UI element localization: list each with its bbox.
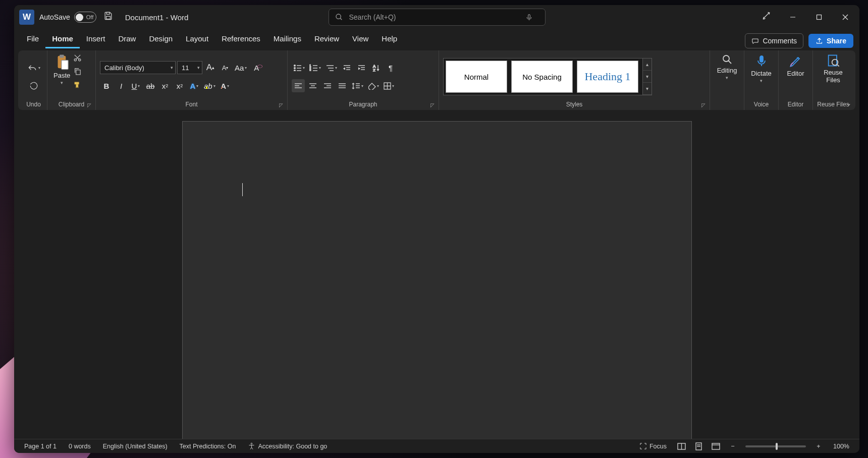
svg-line-61 <box>837 65 839 67</box>
accessibility-icon <box>248 442 255 450</box>
font-name-combo[interactable]: Calibri (Body)▾ <box>100 61 176 74</box>
line-spacing-button[interactable]: ▾ <box>350 79 365 92</box>
bullets-button[interactable]: ▾ <box>292 61 306 74</box>
styles-scroll-down[interactable]: ▾ <box>643 71 652 83</box>
justify-button[interactable] <box>336 79 349 92</box>
language-indicator[interactable]: English (United States) <box>97 443 174 450</box>
maximize-button[interactable] <box>806 7 832 27</box>
accessibility-indicator[interactable]: Accessibility: Good to go <box>242 442 333 450</box>
numbering-button[interactable]: 123▾ <box>308 61 322 74</box>
strikethrough-button[interactable]: ab <box>144 79 157 92</box>
minimize-button[interactable] <box>780 7 806 27</box>
grow-font-button[interactable]: A▴ <box>204 61 217 74</box>
document-page[interactable] <box>182 121 692 439</box>
underline-button[interactable]: U▾ <box>129 79 142 92</box>
comments-button[interactable]: Comments <box>745 33 803 48</box>
text-effects-button[interactable]: A▾ <box>188 79 201 92</box>
copy-button[interactable] <box>73 67 82 78</box>
font-group-label: Font◸ <box>100 101 283 109</box>
zoom-slider[interactable] <box>745 445 806 447</box>
tab-home[interactable]: Home <box>45 30 80 48</box>
font-color-button[interactable]: A▾ <box>219 79 232 92</box>
focus-mode-button[interactable]: Focus <box>633 442 673 450</box>
align-right-button[interactable] <box>321 79 334 92</box>
cut-button[interactable] <box>73 53 82 64</box>
zoom-thumb[interactable] <box>776 443 778 450</box>
tab-review[interactable]: Review <box>308 30 346 48</box>
shading-button[interactable]: ▾ <box>366 79 381 92</box>
styles-launcher-icon[interactable]: ◸ <box>701 102 706 108</box>
clear-formatting-button[interactable]: A⬭ <box>250 61 263 74</box>
save-icon[interactable] <box>103 11 113 23</box>
clipboard-launcher-icon[interactable]: ◸ <box>87 102 91 108</box>
text-predictions-indicator[interactable]: Text Predictions: On <box>174 443 242 450</box>
text-cursor <box>242 183 243 196</box>
sort-button[interactable]: AZ <box>369 61 383 74</box>
italic-button[interactable]: I <box>115 79 128 92</box>
document-canvas[interactable] <box>14 110 859 439</box>
align-left-button[interactable] <box>292 79 305 92</box>
read-mode-button[interactable] <box>673 440 690 452</box>
svg-point-19 <box>294 70 296 71</box>
svg-rect-14 <box>76 70 81 75</box>
tab-insert[interactable]: Insert <box>80 30 112 48</box>
undo-button[interactable]: ▾ <box>26 61 42 74</box>
tab-references[interactable]: References <box>215 30 267 48</box>
superscript-button[interactable]: x2 <box>173 79 186 92</box>
paste-button[interactable]: Paste ▾ <box>51 52 72 86</box>
change-case-button[interactable]: Aa▾ <box>233 61 248 74</box>
style-normal[interactable]: Normal <box>446 61 507 93</box>
highlight-button[interactable]: ab▾ <box>202 79 217 92</box>
tab-design[interactable]: Design <box>142 30 179 48</box>
multilevel-list-button[interactable]: ▾ <box>324 61 339 74</box>
shrink-font-button[interactable]: A▾ <box>219 61 232 74</box>
borders-button[interactable]: ▾ <box>382 79 396 92</box>
share-label: Share <box>827 37 846 45</box>
paste-icon <box>55 53 70 71</box>
search-box[interactable]: Search (Alt+Q) <box>329 9 546 26</box>
tab-layout[interactable]: Layout <box>179 30 215 48</box>
svg-rect-68 <box>712 443 720 449</box>
subscript-button[interactable]: x2 <box>158 79 172 92</box>
editing-button[interactable]: Editing ▾ <box>715 52 739 81</box>
style-heading-1[interactable]: Heading 1 <box>577 61 638 93</box>
format-painter-button[interactable] <box>73 81 82 91</box>
redo-button[interactable] <box>27 79 40 92</box>
reuse-files-button[interactable]: Reuse Files <box>822 52 845 85</box>
page-indicator[interactable]: Page 1 of 1 <box>18 443 63 450</box>
bold-button[interactable]: B <box>100 79 113 92</box>
decrease-indent-button[interactable] <box>340 61 353 74</box>
tab-view[interactable]: View <box>346 30 375 48</box>
align-center-button[interactable] <box>306 79 319 92</box>
close-button[interactable] <box>832 7 858 27</box>
zoom-in-button[interactable]: + <box>810 440 827 452</box>
zoom-out-button[interactable]: − <box>724 440 741 452</box>
style-no-spacing[interactable]: No Spacing <box>511 61 573 93</box>
word-count[interactable]: 0 words <box>63 443 97 450</box>
dictate-label: Dictate <box>751 70 771 77</box>
paste-label: Paste <box>53 72 70 79</box>
show-marks-button[interactable]: ¶ <box>384 61 397 74</box>
increase-indent-button[interactable] <box>355 61 368 74</box>
web-layout-button[interactable] <box>707 440 724 452</box>
zoom-level[interactable]: 100% <box>827 443 855 450</box>
print-layout-button[interactable] <box>690 440 707 452</box>
collapse-ribbon-button[interactable]: ⌄ <box>846 100 851 107</box>
styles-expand[interactable]: ▾ <box>643 83 652 95</box>
tab-help[interactable]: Help <box>375 30 404 48</box>
tab-mailings[interactable]: Mailings <box>267 30 308 48</box>
autosave-toggle[interactable]: Off <box>74 12 96 23</box>
coming-soon-icon[interactable] <box>753 11 780 24</box>
styles-scroll-up[interactable]: ▴ <box>643 59 652 71</box>
tab-file[interactable]: File <box>20 30 45 48</box>
share-button[interactable]: Share <box>808 34 853 48</box>
find-icon <box>721 53 733 66</box>
font-size-combo[interactable]: 11▾ <box>177 61 202 74</box>
paragraph-launcher-icon[interactable]: ◸ <box>430 102 435 108</box>
tab-draw[interactable]: Draw <box>112 30 142 48</box>
voice-group-label: Voice <box>748 101 774 109</box>
editor-button[interactable]: Editor <box>785 52 806 78</box>
microphone-icon[interactable] <box>525 14 533 21</box>
dictate-button[interactable]: Dictate ▾ <box>749 52 773 84</box>
font-launcher-icon[interactable]: ◸ <box>279 102 283 108</box>
